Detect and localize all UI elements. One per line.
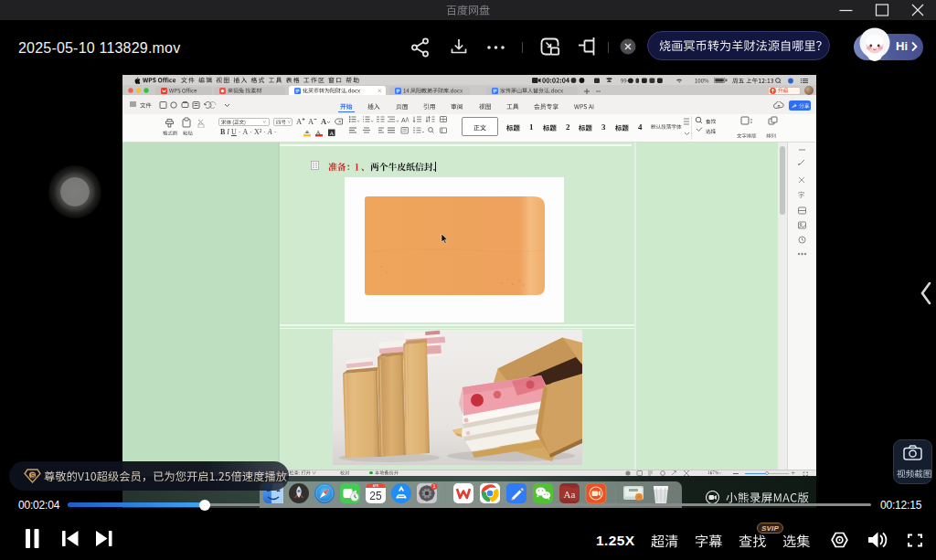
svg-text:A: A [330, 130, 335, 136]
svg-text:S: S [31, 472, 36, 479]
svg-text:Aa: Aa [564, 489, 576, 500]
svg-text:25: 25 [369, 490, 382, 502]
svg-text:A: A [321, 117, 327, 126]
svg-text:A: A [296, 117, 303, 126]
svg-text:APR: APR [373, 484, 379, 488]
svg-text:A: A [316, 129, 321, 135]
svg-text:A: A [308, 117, 314, 126]
svg-text:A: A [401, 117, 406, 123]
